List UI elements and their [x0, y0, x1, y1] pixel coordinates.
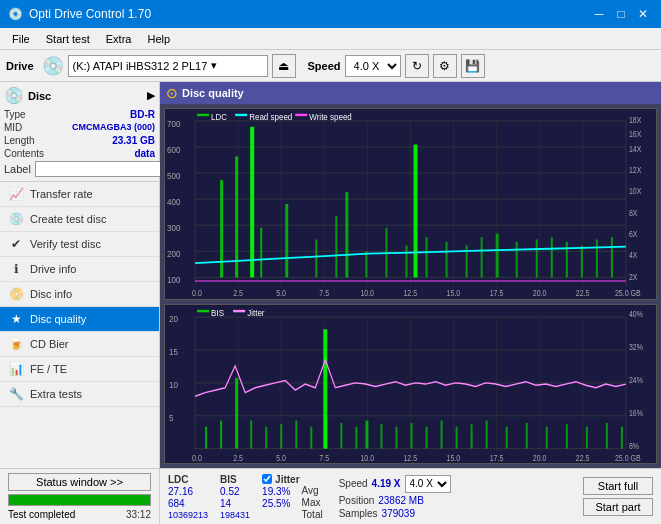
svg-text:7.5: 7.5: [319, 289, 329, 299]
refresh-button[interactable]: ↻: [405, 54, 429, 78]
svg-text:10X: 10X: [629, 187, 641, 197]
disc-panel: 💿 Disc ▶ Type BD-R MID CMCMAGBA3 (000) L…: [0, 82, 159, 182]
svg-rect-121: [197, 310, 209, 312]
svg-rect-29: [426, 237, 428, 277]
maximize-button[interactable]: □: [611, 4, 631, 24]
sidebar-item-transfer-rate[interactable]: 📈 Transfer rate: [0, 182, 159, 207]
speed-select-bottom[interactable]: 4.0 X 2.0 X 8.0 X: [405, 475, 451, 493]
svg-rect-25: [345, 192, 348, 277]
menu-extra[interactable]: Extra: [98, 31, 140, 47]
svg-rect-116: [566, 424, 568, 448]
settings-button[interactable]: ⚙: [433, 54, 457, 78]
svg-text:14X: 14X: [629, 144, 641, 154]
length-label: Length: [4, 135, 35, 146]
svg-text:16X: 16X: [629, 130, 641, 140]
svg-text:25.0 GB: 25.0 GB: [615, 289, 641, 299]
sidebar-item-disc-info[interactable]: 📀 Disc info: [0, 282, 159, 307]
jitter-header: Jitter: [262, 474, 299, 485]
svg-text:22.5: 22.5: [576, 289, 590, 299]
max-ldc-value: 684: [168, 498, 208, 509]
svg-text:15: 15: [169, 346, 178, 357]
type-value: BD-R: [130, 109, 155, 120]
minimize-button[interactable]: ─: [589, 4, 609, 24]
row-labels: h Avg Max Total: [302, 473, 323, 520]
disc-contents-row: Contents data: [4, 148, 155, 159]
menu-start-test[interactable]: Start test: [38, 31, 98, 47]
progress-bar-fill: [9, 495, 150, 505]
sidebar-item-create-test-disc[interactable]: 💿 Create test disc: [0, 207, 159, 232]
nav-items: 📈 Transfer rate 💿 Create test disc ✔ Ver…: [0, 182, 159, 407]
eject-button[interactable]: ⏏: [272, 54, 296, 78]
svg-rect-38: [581, 245, 583, 277]
svg-rect-118: [606, 423, 608, 449]
sidebar-item-drive-info[interactable]: ℹ Drive info: [0, 257, 159, 282]
svg-rect-102: [340, 423, 342, 449]
jitter-checkbox[interactable]: [262, 474, 272, 484]
mid-label: MID: [4, 122, 22, 133]
svg-text:400: 400: [167, 196, 180, 207]
svg-rect-115: [546, 426, 548, 448]
stats-main-row: LDC BIS Jitter 27.16 0.52 19.3% 684 14 2…: [168, 473, 653, 520]
upper-chart: LDC Read speed Write speed 700 600 500 4…: [164, 108, 657, 300]
svg-rect-104: [365, 420, 368, 448]
svg-text:17.5: 17.5: [490, 289, 504, 299]
sidebar-item-verify-test-disc[interactable]: ✔ Verify test disc: [0, 232, 159, 257]
mid-value: CMCMAGBA3 (000): [72, 122, 155, 133]
menu-file[interactable]: File: [4, 31, 38, 47]
drive-selector[interactable]: (K:) ATAPI iHBS312 2 PL17 ▾: [68, 55, 268, 77]
disc-label-input[interactable]: [35, 161, 168, 177]
disc-icon: 💿: [4, 86, 24, 105]
position-row: Position 23862 MB: [339, 495, 451, 506]
verify-test-disc-icon: ✔: [8, 237, 24, 251]
contents-value: data: [134, 148, 155, 159]
menu-help[interactable]: Help: [139, 31, 178, 47]
svg-text:15.0: 15.0: [447, 289, 461, 299]
sidebar-item-disc-info-label: Disc info: [30, 288, 72, 300]
svg-rect-106: [395, 426, 397, 448]
start-full-button[interactable]: Start full: [583, 477, 653, 495]
svg-rect-21: [260, 228, 262, 278]
svg-rect-94: [220, 420, 222, 448]
transfer-rate-icon: 📈: [8, 187, 24, 201]
samples-row: Samples 379039: [339, 508, 451, 519]
status-window-button[interactable]: Status window >>: [8, 473, 151, 491]
status-bar: Status window >> Test completed 33:12: [0, 468, 159, 524]
speed-label: Speed: [308, 60, 341, 72]
svg-rect-20: [235, 156, 238, 277]
svg-text:18X: 18X: [629, 116, 641, 126]
svg-rect-109: [441, 420, 443, 448]
samples-val: 379039: [382, 508, 415, 519]
disc-header-left: 💿 Disc: [4, 86, 51, 105]
svg-rect-47: [295, 114, 307, 116]
sidebar-item-cd-bier[interactable]: 🍺 CD Bier: [0, 332, 159, 357]
svg-text:BIS: BIS: [211, 307, 224, 318]
svg-rect-95: [235, 378, 238, 449]
svg-rect-28: [405, 245, 407, 277]
sidebar-item-disc-quality[interactable]: ★ Disc quality: [0, 307, 159, 332]
sidebar-item-fe-te[interactable]: 📊 FE / TE: [0, 357, 159, 382]
disc-expand-icon: ▶: [147, 89, 155, 102]
sidebar-item-extra-tests[interactable]: 🔧 Extra tests: [0, 382, 159, 407]
speed-select[interactable]: 4.0 X 2.0 X 8.0 X: [345, 55, 401, 77]
svg-rect-24: [335, 216, 337, 278]
svg-rect-112: [486, 420, 488, 448]
label-label: Label: [4, 163, 31, 175]
svg-rect-36: [551, 237, 553, 277]
svg-text:Write speed: Write speed: [309, 111, 352, 122]
drive-value: (K:) ATAPI iHBS312 2 PL17: [73, 60, 208, 72]
start-part-button[interactable]: Start part: [583, 498, 653, 516]
svg-text:20.0: 20.0: [533, 453, 547, 463]
avg-bis-value: 0.52: [220, 486, 250, 497]
save-button[interactable]: 💾: [461, 54, 485, 78]
total-ldc-value: 10369213: [168, 510, 208, 520]
sidebar-item-create-test-disc-label: Create test disc: [30, 213, 106, 225]
svg-text:Jitter: Jitter: [247, 307, 264, 318]
close-button[interactable]: ✕: [633, 4, 653, 24]
lower-chart-svg: BIS Jitter 20 15 10 5 40% 32% 24% 16% 8%…: [165, 305, 656, 463]
status-info-row: Test completed 33:12: [8, 509, 151, 520]
svg-text:24%: 24%: [629, 375, 643, 385]
length-value: 23.31 GB: [112, 135, 155, 146]
contents-label: Contents: [4, 148, 44, 159]
svg-text:12.5: 12.5: [403, 453, 417, 463]
svg-text:700: 700: [167, 118, 180, 129]
